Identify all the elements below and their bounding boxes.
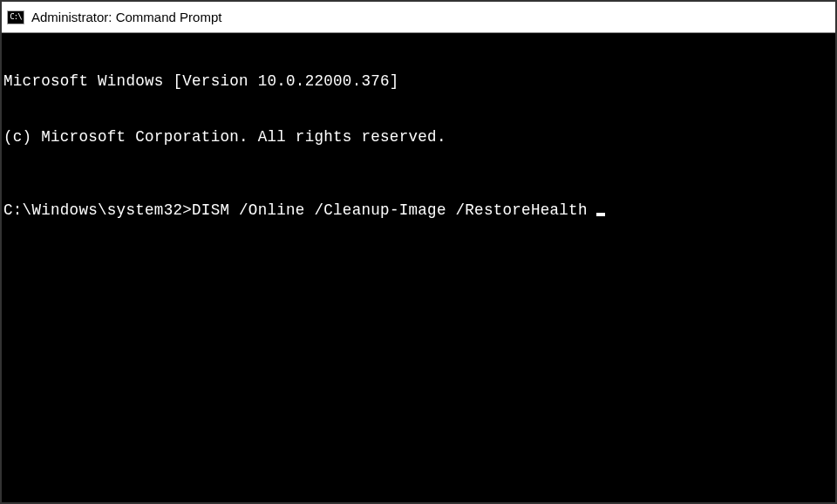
terminal-output-line: (c) Microsoft Corporation. All rights re… (3, 128, 834, 146)
cmd-icon: C:\ (7, 10, 24, 24)
terminal-prompt-line: C:\Windows\system32>DISM /Online /Cleanu… (3, 201, 834, 220)
prompt-path: C:\Windows\system32> (3, 201, 192, 220)
cursor (596, 213, 605, 216)
command-input[interactable]: DISM /Online /Cleanup-Image /RestoreHeal… (192, 201, 588, 220)
command-prompt-window: C:\ Administrator: Command Prompt Micros… (0, 0, 837, 504)
cmd-icon-text: C:\ (10, 13, 21, 21)
terminal-output-line: Microsoft Windows [Version 10.0.22000.37… (3, 72, 834, 91)
window-title: Administrator: Command Prompt (31, 10, 221, 24)
terminal-area[interactable]: Microsoft Windows [Version 10.0.22000.37… (2, 33, 835, 502)
titlebar[interactable]: C:\ Administrator: Command Prompt (2, 2, 835, 33)
